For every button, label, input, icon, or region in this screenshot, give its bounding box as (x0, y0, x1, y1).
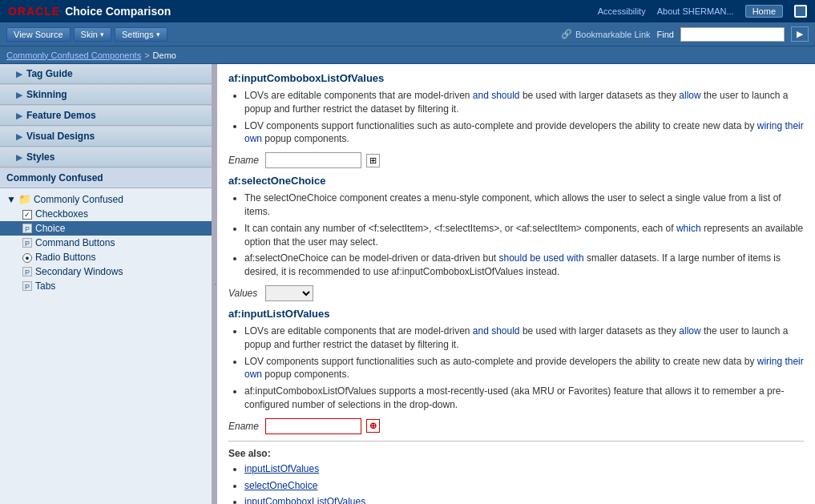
settings-dropdown-arrow: ▾ (156, 30, 160, 38)
see-also-link-2[interactable]: inputComboboxListOfValues (244, 496, 365, 504)
view-source-button[interactable]: View Source (6, 27, 71, 42)
find-button[interactable]: ▶ (791, 26, 809, 42)
command-buttons-label: Command Buttons (35, 237, 115, 248)
sidebar-item-tabs[interactable]: P Tabs (0, 279, 212, 293)
selectonechoice-bullet-3: af:selectOneChoice can be model-driven o… (244, 252, 804, 279)
feature-demos-header[interactable]: ▶ Feature Demos (0, 106, 212, 126)
settings-label: Settings (122, 30, 154, 39)
settings-button[interactable]: Settings ▾ (115, 27, 167, 42)
checkboxes-label: Checkboxes (35, 208, 88, 220)
tabs-label: Tabs (35, 280, 55, 292)
skinning-caret: ▶ (16, 91, 22, 99)
accessibility-link[interactable]: Accessibility (598, 6, 646, 16)
see-also-link-0[interactable]: inputListOfValues (244, 463, 319, 474)
home-button[interactable]: Home (745, 5, 783, 18)
content-area: af:inputComboboxListOfValues LOVs are ed… (217, 64, 815, 504)
inputcombobox-field-input[interactable] (265, 152, 361, 168)
skinning-section: ▶ Skinning (0, 85, 212, 106)
choice-icon: P (22, 223, 32, 234)
see-also-item-1: selectOneChoice (244, 479, 804, 493)
folder-icon: 📁 (18, 193, 31, 205)
cc-tree-folder[interactable]: ▼ 📁 Commonly Confused (0, 192, 212, 207)
skinning-label: Skinning (26, 89, 67, 100)
breadcrumb-separator: > (144, 50, 149, 60)
tag-guide-header[interactable]: ▶ Tag Guide (0, 64, 212, 84)
app-title: Choice Comparison (65, 5, 171, 18)
inputlistofvalues-title: af:inputListOfValues (228, 308, 804, 320)
inputcombobox-bullet-2: LOV components support functionalities s… (244, 119, 804, 147)
inputlistofvalues-lov-icon[interactable]: ⊕ (366, 419, 380, 433)
inputlistofvalues-bullets: LOVs are editable components that are mo… (228, 325, 804, 412)
inputlistofvalues-field-label: Ename (228, 421, 260, 432)
section-inputlistofvalues: af:inputListOfValues LOVs are editable c… (228, 308, 804, 434)
toolbar-left: View Source Skin ▾ Settings ▾ (6, 27, 167, 42)
choice-label: Choice (35, 223, 65, 234)
oracle-wordmark: ORACLE (8, 5, 60, 18)
breadcrumb-current: Demo (153, 50, 176, 60)
inputcombobox-field-label: Ename (228, 155, 260, 166)
sidebar-item-command-buttons[interactable]: P Command Buttons (0, 236, 212, 250)
inputlistofvalues-field-row: Ename ⊕ (228, 418, 804, 434)
commonly-confused-heading: Commonly Confused (0, 168, 212, 188)
tag-guide-section: ▶ Tag Guide (0, 64, 212, 85)
visual-designs-label: Visual Designs (26, 131, 95, 142)
selectonechoice-field-row: Values (228, 285, 804, 301)
sidebar: ▶ Tag Guide ▶ Skinning ▶ Feature Demos ▶… (0, 64, 212, 504)
styles-caret: ▶ (16, 153, 22, 162)
home-icon (794, 5, 807, 18)
see-also-list: inputListOfValues selectOneChoice inputC… (228, 462, 804, 504)
feature-demos-section: ▶ Feature Demos (0, 106, 212, 127)
inputlistofvalues-bullet-1: LOVs are editable components that are mo… (244, 325, 804, 352)
visual-designs-section: ▶ Visual Designs (0, 127, 212, 147)
oracle-logo: ORACLE Choice Comparison (8, 5, 171, 18)
visual-designs-header[interactable]: ▶ Visual Designs (0, 127, 212, 147)
link-icon: 🔗 (561, 29, 572, 39)
sidebar-item-checkboxes[interactable]: ✓ Checkboxes (0, 207, 212, 221)
find-label: Find (657, 30, 674, 39)
view-source-label: View Source (14, 30, 63, 39)
selectonechoice-title: af:selectOneChoice (228, 175, 804, 187)
styles-section: ▶ Styles (0, 147, 212, 168)
command-buttons-icon: P (22, 237, 32, 248)
top-nav-bar: ORACLE Choice Comparison Accessibility A… (0, 0, 815, 22)
selectonechoice-bullets: The selectOneChoice component creates a … (228, 192, 804, 279)
commonly-confused-heading-label: Commonly Confused (6, 172, 103, 183)
skin-button[interactable]: Skin ▾ (74, 27, 111, 42)
about-link[interactable]: About SHERMAN... (657, 6, 734, 16)
styles-header[interactable]: ▶ Styles (0, 147, 212, 167)
see-also-link-1[interactable]: selectOneChoice (244, 480, 317, 491)
bookmarkable-link[interactable]: 🔗 Bookmarkable Link (561, 29, 651, 39)
see-also-item-0: inputListOfValues (244, 462, 804, 476)
feature-demos-caret: ▶ (16, 111, 22, 120)
inputlistofvalues-field-input[interactable] (265, 418, 361, 434)
inputcombobox-expand-icon[interactable]: ⊞ (366, 154, 380, 167)
secondary-windows-label: Secondary Windows (35, 266, 123, 277)
skinning-header[interactable]: ▶ Skinning (0, 85, 212, 105)
visual-designs-caret: ▶ (16, 132, 22, 141)
sidebar-item-radio-buttons[interactable]: ● Radio Buttons (0, 250, 212, 264)
selectonechoice-field-label: Values (228, 288, 260, 299)
content-divider (228, 441, 804, 442)
toolbar-right: 🔗 Bookmarkable Link Find ▶ (561, 26, 809, 42)
selectonechoice-bullet-2: It can contain any number of <f:selectIt… (244, 222, 804, 249)
inputlistofvalues-bullet-2: LOV components support functionalities s… (244, 355, 804, 382)
tag-guide-label: Tag Guide (26, 68, 73, 79)
section-inputcombobox: af:inputComboboxListOfValues LOVs are ed… (228, 72, 804, 168)
sidebar-item-secondary-windows[interactable]: P Secondary Windows (0, 264, 212, 279)
find-input[interactable] (680, 27, 785, 42)
secondary-windows-icon: P (22, 266, 32, 277)
feature-demos-label: Feature Demos (26, 110, 96, 121)
main-layout: ▶ Tag Guide ▶ Skinning ▶ Feature Demos ▶… (0, 64, 815, 504)
checkboxes-icon: ✓ (22, 208, 32, 220)
see-also-title: See also: (228, 448, 804, 459)
sidebar-item-choice[interactable]: P Choice (0, 221, 212, 236)
breadcrumb-root[interactable]: Commonly Confused Components (6, 50, 141, 60)
inputcombobox-title: af:inputComboboxListOfValues (228, 72, 804, 84)
top-nav-left: ORACLE Choice Comparison (8, 5, 171, 18)
inputcombobox-field-row: Ename ⊞ (228, 152, 804, 168)
selectonechoice-select[interactable] (265, 285, 313, 301)
inputcombobox-bullets: LOVs are editable components that are mo… (228, 89, 804, 146)
toolbar: View Source Skin ▾ Settings ▾ 🔗 Bookmark… (0, 22, 815, 46)
see-also-section: See also: inputListOfValues selectOneCho… (228, 448, 804, 504)
radio-buttons-label: Radio Buttons (35, 252, 95, 263)
